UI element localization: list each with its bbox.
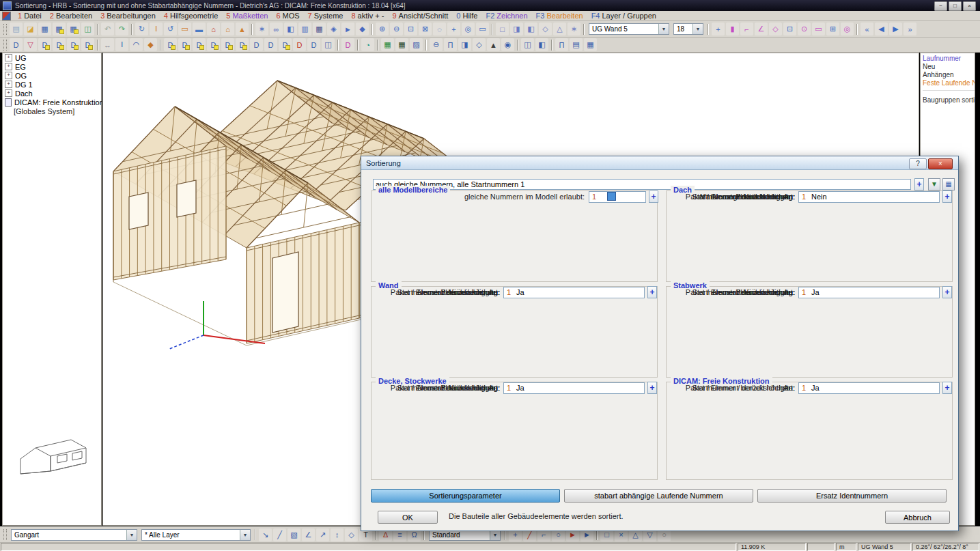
pointer-icon[interactable]: ► bbox=[341, 23, 354, 36]
menu-massketten[interactable]: 5Maßketten bbox=[222, 12, 272, 20]
panel-item-feste-laufende-nummern[interactable]: Feste Laufende Nummern bbox=[923, 79, 975, 87]
texture-icon[interactable]: ▨ bbox=[410, 38, 423, 51]
tree-item-ug[interactable]: +UG bbox=[3, 53, 101, 62]
axis-icon[interactable]: ◇ bbox=[769, 23, 782, 36]
refresh-icon[interactable]: ↺ bbox=[164, 23, 177, 36]
view-persp-icon[interactable]: △ bbox=[553, 23, 566, 36]
layer-filter-combo[interactable]: * Alle Layer▼ bbox=[141, 529, 251, 541]
preset-plus-button[interactable]: + bbox=[914, 178, 924, 190]
numbering-pos4-icon[interactable]: D bbox=[81, 38, 94, 51]
dialog-help-button[interactable]: ? bbox=[909, 158, 927, 169]
zoom-in-icon[interactable]: ⊕ bbox=[376, 23, 389, 36]
zoom-prev-icon[interactable]: ◌ bbox=[433, 23, 446, 36]
component-combo[interactable]: UG Wand 5▼ bbox=[589, 23, 669, 35]
maximize-button[interactable]: □ bbox=[949, 1, 962, 11]
numbering-pick-icon[interactable]: D bbox=[279, 38, 292, 51]
material-dark-icon[interactable]: ▦ bbox=[395, 38, 408, 51]
scale-combo[interactable]: 18▼ bbox=[673, 23, 703, 35]
dicam-paket-element-beruecksichtigen-plus-button[interactable]: + bbox=[942, 382, 952, 394]
tab-stabart-abhaengige-laufende-nummern[interactable]: stabart abhängige Laufende Nummern bbox=[564, 489, 753, 503]
ok-button[interactable]: OK bbox=[378, 511, 438, 524]
panel-tool-icon[interactable]: ▭ bbox=[178, 23, 191, 36]
numbering-marker-icon[interactable]: ▽ bbox=[24, 38, 37, 51]
tree-expander-icon[interactable]: + bbox=[5, 89, 12, 97]
decke-paket-element-beruecksichtigen-plus-button[interactable]: + bbox=[647, 382, 657, 394]
toolbar-grip[interactable] bbox=[3, 529, 7, 540]
panel-item-baugruppen-sortieren[interactable]: Baugruppen sortieren bbox=[923, 96, 975, 104]
redo-icon[interactable]: ↷ bbox=[115, 23, 128, 36]
cancel-button[interactable]: Abbruch bbox=[885, 511, 950, 524]
grid-icon[interactable]: ▦ bbox=[313, 23, 326, 36]
dach-markierungen-mit-nummern-plus-button[interactable]: + bbox=[942, 190, 952, 203]
marker-icon[interactable]: ▮ bbox=[726, 23, 739, 36]
rotate-view-icon[interactable]: ↻ bbox=[135, 23, 148, 36]
view-plan-icon[interactable]: Π bbox=[444, 38, 457, 51]
stabwerk-paket-element-beruecksichtigen-plus-button[interactable]: + bbox=[942, 286, 952, 298]
mode-icon[interactable]: Π bbox=[555, 38, 568, 51]
tree-expander-icon[interactable]: + bbox=[5, 63, 12, 70]
tree-item-dach[interactable]: +Dach bbox=[3, 89, 101, 98]
window-titlebar[interactable]: Sortierung - HRB - Sortierung mit und oh… bbox=[0, 0, 980, 11]
tree-item-dg-1[interactable]: +DG 1 bbox=[3, 80, 101, 89]
load-preset-button[interactable]: ▼ bbox=[928, 178, 940, 190]
numbering-next-icon[interactable]: D bbox=[250, 38, 263, 51]
zoom-out-icon[interactable]: ⊖ bbox=[390, 23, 403, 36]
menu-hilfsgeometrie[interactable]: 4Hilfsgeometrie bbox=[160, 12, 222, 20]
menu-bearbeiten[interactable]: F3Bearbeiten bbox=[532, 12, 587, 20]
tab-ersatz-identnummern[interactable]: Ersatz Identnummern bbox=[757, 489, 947, 503]
chevron-down-icon[interactable]: ▼ bbox=[240, 530, 250, 540]
open-folder-icon[interactable]: ◪ bbox=[24, 23, 37, 36]
move-icon[interactable]: + bbox=[712, 23, 725, 36]
detail-icon[interactable]: ◧ bbox=[535, 38, 548, 51]
numbering-beam-icon[interactable]: D bbox=[207, 38, 220, 51]
close-button[interactable]: × bbox=[963, 1, 976, 11]
numbering-add-icon[interactable]: D bbox=[264, 38, 277, 51]
dialog-titlebar[interactable]: Sortierung bbox=[361, 156, 958, 170]
save-icon[interactable]: ▦ bbox=[38, 23, 51, 36]
snap-icon[interactable]: ⊙ bbox=[798, 23, 811, 36]
node-icon[interactable]: ⊡ bbox=[783, 23, 796, 36]
point-tool-icon[interactable]: ◇ bbox=[345, 528, 358, 541]
menu-mos[interactable]: 6MOS bbox=[272, 12, 303, 20]
save-preset-button[interactable]: ▦ bbox=[942, 178, 955, 190]
component-icon[interactable]: ◆ bbox=[356, 23, 369, 36]
numbering-standard-icon[interactable]: D bbox=[10, 38, 23, 51]
ruler-icon[interactable]: ▭ bbox=[812, 23, 825, 36]
numbering-roof-icon[interactable]: D bbox=[178, 38, 191, 51]
copy-icon[interactable]: ◧ bbox=[284, 23, 297, 36]
dialog-close-button[interactable]: × bbox=[928, 158, 953, 169]
view-elevation-icon[interactable]: ◨ bbox=[458, 38, 471, 51]
panel-item-anhaengen[interactable]: Anhängen bbox=[923, 71, 975, 79]
stabwerk-paket-element-beruecksichtigen-combo[interactable]: 1Ja bbox=[798, 287, 940, 298]
numbering-pos3-icon[interactable]: D bbox=[67, 38, 80, 51]
menu-zeichnen[interactable]: F2Zeichnen bbox=[481, 12, 531, 20]
first-view-icon[interactable]: « bbox=[860, 23, 873, 36]
gable-tool-icon[interactable]: ▲ bbox=[236, 23, 249, 36]
layer-icon[interactable]: ▥ bbox=[298, 23, 311, 36]
view-axon-icon[interactable]: ◇ bbox=[539, 23, 552, 36]
menu-hilfe[interactable]: 0Hilfe bbox=[452, 12, 481, 20]
profile-tool-icon[interactable]: Ⅰ bbox=[150, 23, 163, 36]
target-icon[interactable]: ◎ bbox=[841, 23, 854, 36]
measure-icon[interactable]: ⌐ bbox=[740, 23, 753, 36]
group-icon[interactable]: ◈ bbox=[327, 23, 340, 36]
decke-paket-element-beruecksichtigen-combo[interactable]: 1Ja bbox=[503, 382, 645, 394]
menu-datei[interactable]: 1Datei bbox=[14, 12, 46, 20]
shade-icon[interactable]: ▦ bbox=[584, 38, 597, 51]
view-shaded-icon[interactable]: ▲ bbox=[487, 38, 500, 51]
post-icon[interactable]: Ⅰ bbox=[115, 38, 128, 51]
tree-item-dicam-freie-konstruktion[interactable]: DICAM: Freie Konstruktion bbox=[3, 98, 101, 107]
view-walk-icon[interactable]: ∗ bbox=[568, 23, 580, 36]
zoom-window-icon[interactable]: ⊡ bbox=[404, 23, 417, 36]
new-file-icon[interactable]: ▤ bbox=[10, 23, 23, 36]
polyline-tool-icon[interactable]: ↘ bbox=[259, 528, 272, 541]
numbering-delete-icon[interactable]: D bbox=[293, 38, 306, 51]
house-tool-icon[interactable]: ⌂ bbox=[221, 23, 234, 36]
modellbereiche-gleiche-nummern-im-modell-erlaubt-field[interactable]: 1 bbox=[589, 191, 646, 203]
height-tool-icon[interactable]: ↕ bbox=[331, 528, 344, 541]
roof-tool-icon[interactable]: ⌂ bbox=[207, 23, 220, 36]
refresh-numbers-icon[interactable]: ◔ bbox=[361, 38, 374, 51]
checkbox-blue[interactable] bbox=[607, 192, 616, 201]
vector-tool-icon[interactable]: ↗ bbox=[316, 528, 329, 541]
numbering-edit-icon[interactable]: D bbox=[307, 38, 320, 51]
